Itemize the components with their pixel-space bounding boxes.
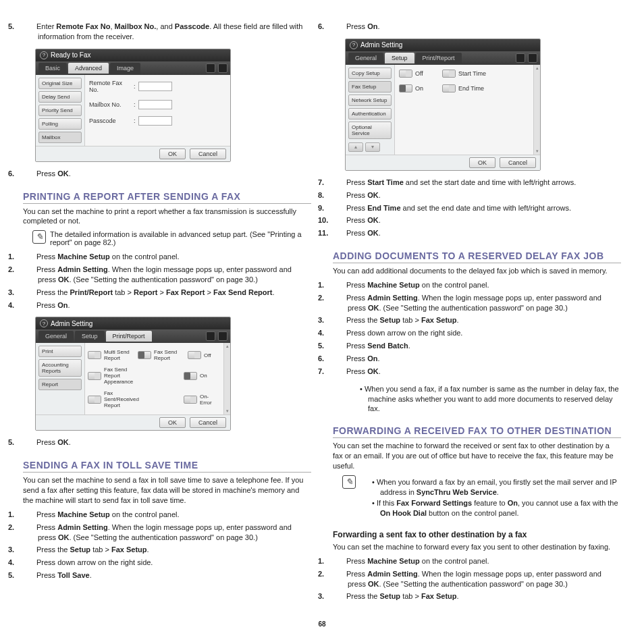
step: 2.Press Admin Setting. When the login me… [333,568,621,591]
usb-icon[interactable] [206,63,215,73]
heading-print-report: PRINTING A REPORT AFTER SENDING A FAX [23,191,311,204]
usb-icon[interactable] [516,53,525,63]
add-intro: You can add additional documents to the … [333,266,621,276]
note-bullet: When you forward a fax by an email, you … [372,477,621,498]
cancel-button[interactable]: Cancel [190,149,226,159]
step: 1.Press Machine Setup on the control pan… [333,279,621,292]
tab-general[interactable]: General [38,331,74,342]
sidebar-fax-setup[interactable]: Fax Setup [348,81,392,92]
step: 1.Press Machine Setup on the control pan… [333,555,621,568]
toll-intro: You can set the machine to send a fax in… [23,475,311,506]
scroll-down-icon[interactable]: ▾ [534,148,540,155]
add-bullet: When you send a fax, if a fax number is … [360,383,621,415]
screenshot-ready-to-fax: ?Ready to Fax Basic Advanced Image Origi… [35,49,231,162]
mailbox-no-field[interactable] [138,100,172,109]
sidebar-accounting[interactable]: Accounting Reports [38,359,82,377]
ok-button[interactable]: OK [469,157,495,168]
step: 4.Press On. [23,299,311,312]
sidebar-priority-send[interactable]: Priority Send [38,105,82,116]
tab-general[interactable]: General [348,53,383,63]
screenshot-admin-print-report: ?Admin Setting General Setup Print/Repor… [35,317,231,431]
step: 5.Enter Remote Fax No, Mailbox No., and … [23,20,311,43]
usb-icon[interactable] [206,331,215,341]
sidebar-mailbox[interactable]: Mailbox [38,132,82,143]
tab-print-report[interactable]: Print/Report [106,331,152,342]
sidebar-report[interactable]: Report [38,379,82,390]
sidebar-authentication[interactable]: Authentication [348,108,392,119]
scroll-up-icon[interactable]: ▴ [224,343,230,350]
step: 3.Press the Setup tab > Fax Setup. [333,590,621,603]
step: 2.Press Admin Setting. When the login me… [23,263,311,286]
step: 1.Press Machine Setup on the control pan… [23,508,311,521]
page-down-icon[interactable]: ▾ [365,142,380,152]
cancel-button[interactable]: Cancel [500,157,536,168]
step: 3.Press the Setup tab > Fax Setup. [333,314,621,327]
scroll-down-icon[interactable]: ▾ [224,408,230,414]
screenshot-admin-setup: ?Admin Setting General Setup Print/Repor… [345,38,541,171]
tab-print-report[interactable]: Print/Report [416,53,462,63]
step: 8.Press OK. [333,189,621,202]
note-icon: ✎ [32,230,46,244]
help-icon: ? [350,41,358,49]
step: 5.Press OK. [23,436,311,449]
ok-button[interactable]: OK [159,417,186,428]
tab-setup[interactable]: Setup [75,331,105,342]
help-icon: ? [40,51,48,59]
note-icon: ✎ [342,475,356,489]
cancel-button[interactable]: Cancel [190,417,226,428]
step: 6.Press On. [333,352,621,365]
tab-setup[interactable]: Setup [385,53,414,63]
heading-fwd-sent: Forwarding a sent fax to other destinati… [333,530,621,539]
print-intro: You can set the machine to print a repor… [23,207,311,227]
step: 7.Press OK. [333,365,621,378]
remote-fax-no-field[interactable] [138,82,172,91]
ok-button[interactable]: OK [159,149,186,159]
home-icon[interactable] [218,331,227,341]
sidebar-delay-send[interactable]: Delay Send [38,91,82,103]
heading-forward: FORWARDING A RECEIVED FAX TO OTHER DESTI… [333,425,621,438]
tab-image[interactable]: Image [110,63,140,74]
sidebar-copy-setup[interactable]: Copy Setup [348,68,392,79]
step: 3.Press the Setup tab > Fax Setup. [23,543,311,556]
home-icon[interactable] [218,63,227,73]
step: 10.Press OK. [333,214,621,227]
step: 9.Press End Time and set the end date an… [333,202,621,215]
sidebar-network-setup[interactable]: Network Setup [348,95,392,106]
home-icon[interactable] [528,53,537,63]
heading-toll-save: SENDING A FAX IN TOLL SAVE TIME [23,460,311,473]
note-bullet: If this Fax Forward Settings feature to … [372,498,621,519]
help-icon: ? [40,319,48,327]
sidebar-polling[interactable]: Polling [38,118,82,130]
scroll-up-icon[interactable]: ▴ [534,65,540,72]
sidebar-optional-service[interactable]: Optional Service [348,122,392,139]
page-number: 68 [23,620,621,628]
step: 6.Press OK. [23,167,311,180]
fwd-intro: You can set the machine to forward the r… [333,441,621,471]
sidebar-print[interactable]: Print [38,346,82,357]
page-up-icon[interactable]: ▴ [348,142,363,152]
sub-intro: You can set the machine to forward every… [333,542,621,552]
step: 4.Press down arrow on the right side. [333,327,621,340]
step: 4.Press down arrow on the right side. [23,556,311,569]
step: 1.Press Machine Setup on the control pan… [23,250,311,263]
step: 5.Press Toll Save. [23,569,311,582]
tab-basic[interactable]: Basic [38,63,67,74]
sidebar-original-size[interactable]: Original Size [38,78,82,89]
step: 3.Press the Print/Report tab > Report > … [23,286,311,299]
step: 7.Press Start Time and set the start dat… [333,176,621,189]
step: 6.Press On. [333,20,621,33]
tab-advanced[interactable]: Advanced [68,63,109,74]
step: 5.Press Send Batch. [333,340,621,352]
step: 11.Press OK. [333,227,621,240]
step: 2.Press Admin Setting. When the login me… [333,292,621,315]
passcode-field[interactable] [138,116,172,126]
step: 2.Press Admin Setting. When the login me… [23,521,311,544]
heading-add-docs: ADDING DOCUMENTS TO A RESERVED DELAY FAX… [333,250,621,263]
